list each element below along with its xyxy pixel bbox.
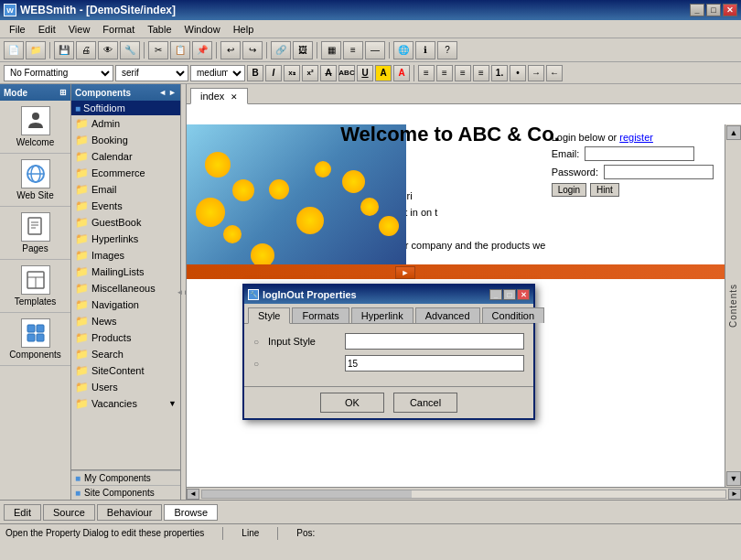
dialog-tab-hyperlink[interactable]: Hyperlink xyxy=(351,307,413,323)
input-style-field: ○ Input Style xyxy=(253,333,524,350)
dialog-ok-btn[interactable]: OK xyxy=(320,393,384,413)
dialog-tab-formats[interactable]: Formats xyxy=(292,307,349,323)
dialog-close-btn[interactable]: ✕ xyxy=(517,289,530,300)
dialog-content: ○ Input Style ○ xyxy=(244,324,533,386)
dialog-tabs: Style Formats Hyperlink Advanced Conditi… xyxy=(244,304,533,324)
dialog-minimize-btn[interactable]: _ xyxy=(489,289,502,300)
dialog-overlay: 🔧 logInOut Properties _ □ ✕ Style Format… xyxy=(0,0,741,560)
dialog-tab-advanced[interactable]: Advanced xyxy=(415,307,480,323)
radio-icon1: ○ xyxy=(253,337,264,347)
input-style-label: Input Style xyxy=(268,336,341,347)
dialog-tab-condition[interactable]: Condition xyxy=(482,307,544,323)
dialog-maximize-btn[interactable]: □ xyxy=(503,289,516,300)
dialog-title-bar: 🔧 logInOut Properties _ □ ✕ xyxy=(244,285,533,304)
dialog-cancel-btn[interactable]: Cancel xyxy=(393,393,457,413)
value-field: ○ xyxy=(253,355,524,372)
value-input[interactable] xyxy=(345,355,524,372)
dialog-buttons: OK Cancel xyxy=(244,386,533,418)
loginout-dialog: 🔧 logInOut Properties _ □ ✕ Style Format… xyxy=(242,284,535,420)
dialog-title-text: logInOut Properties xyxy=(263,289,357,300)
input-style-input[interactable] xyxy=(345,333,524,350)
dialog-tab-style[interactable]: Style xyxy=(248,307,290,324)
dialog-icon: 🔧 xyxy=(248,289,259,300)
dialog-title-buttons: _ □ ✕ xyxy=(489,289,530,300)
radio-icon2: ○ xyxy=(253,359,264,369)
